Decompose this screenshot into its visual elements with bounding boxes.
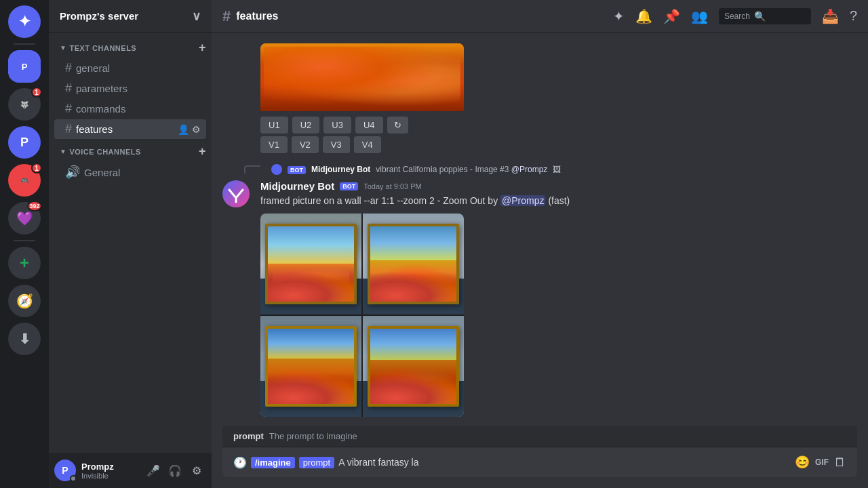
voice-general-label: General: [84, 167, 201, 178]
voice-channels-label: VOICE CHANNELS: [69, 148, 140, 156]
message-text-2: framed picture on a wall --ar 1:1 --zoom…: [260, 195, 857, 208]
download-button[interactable]: ⬇: [8, 323, 41, 355]
channel-list: ▼ TEXT CHANNELS + # general # parameters…: [49, 33, 212, 453]
server5-badge: 392: [27, 201, 42, 211]
wall-scene-tr: [363, 214, 464, 314]
bot-badge-2: BOT: [340, 182, 358, 190]
top-v4-button[interactable]: V4: [354, 136, 381, 153]
top-refresh-button[interactable]: ↻: [387, 117, 408, 134]
top-u3-button[interactable]: U3: [323, 117, 351, 134]
top-v2-button[interactable]: V2: [292, 136, 319, 153]
server5-label: 💜: [16, 210, 33, 226]
chat-input-inner[interactable]: 🕐 /imagine prompt A vibrant fantasy la: [233, 456, 789, 469]
user-info: Prompz Invisible: [81, 462, 138, 480]
emoji-icon[interactable]: 😊: [795, 455, 810, 470]
top-cropped-image-container: U1 U2 U3 U4 ↻ V1 V2 V3 V4: [212, 43, 868, 161]
discord-home-wrapper: ✦: [8, 5, 41, 38]
channel-parameters[interactable]: # parameters: [54, 79, 206, 98]
pin-icon[interactable]: 📌: [663, 8, 680, 24]
server-name-text: Prompz's server: [60, 10, 138, 22]
image-cell-br[interactable]: [363, 316, 464, 417]
discover-button[interactable]: 🧭: [8, 285, 41, 317]
help-icon[interactable]: ?: [850, 8, 857, 24]
server2-icon[interactable]: 🐺 1: [8, 88, 41, 121]
framed-painting-tl: [265, 224, 356, 304]
reply-bot-tag: BOT: [288, 166, 306, 174]
channel-settings-icon[interactable]: ⚙: [192, 124, 201, 135]
channel-actions: 👤 ⚙: [178, 124, 201, 135]
server-menu-chevron: ∨: [192, 9, 201, 24]
add-text-channel-button[interactable]: +: [199, 41, 206, 55]
threads-icon[interactable]: ✦: [613, 8, 625, 24]
server5-icon[interactable]: 💜 392: [8, 202, 41, 235]
top-v1-button[interactable]: V1: [260, 136, 288, 153]
top-u4-button[interactable]: U4: [355, 117, 383, 134]
deafen-button[interactable]: 🎧: [165, 461, 184, 480]
reply-author-name: Midjourney Bot: [311, 165, 370, 174]
mute-button[interactable]: 🎤: [144, 461, 163, 480]
mention-prompz: @Prompz: [500, 195, 545, 206]
wall-scene-tl: [260, 214, 361, 314]
zoom-out-label: Zoom Out by: [443, 195, 500, 206]
server2-wrapper: 🐺 1: [8, 88, 41, 121]
voice-channel-general[interactable]: 🔊 General: [54, 162, 206, 182]
clock-icon: 🕐: [233, 456, 247, 469]
fast-label: (fast): [548, 195, 570, 206]
speaker-icon: 🔊: [65, 165, 80, 180]
framed-painting-br: [368, 326, 458, 407]
search-placeholder: Search: [724, 12, 750, 21]
image-grid-2[interactable]: [260, 214, 464, 417]
top-v3-button[interactable]: V3: [323, 136, 350, 153]
user-status-text: Invisible: [81, 472, 138, 480]
input-text-content[interactable]: A vibrant fantasy la: [338, 457, 418, 468]
wall-scene-br: [363, 316, 464, 417]
message-content-2: Midjourney Bot BOT Today at 9:03 PM fram…: [260, 180, 857, 420]
add-server-button[interactable]: +: [8, 247, 41, 279]
midjourney-logo-svg: [226, 184, 245, 203]
channel-commands[interactable]: # commands: [54, 99, 206, 119]
input-area: prompt The prompt to imagine 🕐 /imagine …: [212, 420, 868, 488]
voice-channels-header[interactable]: ▼ VOICE CHANNELS +: [49, 142, 212, 161]
server-name-header[interactable]: Prompz's server ∨: [49, 0, 212, 33]
search-bar[interactable]: Search 🔍: [719, 8, 811, 24]
midjourney-avatar-2: [222, 180, 250, 207]
server3-icon[interactable]: P: [8, 126, 41, 159]
message-author-2: Midjourney Bot: [260, 180, 334, 192]
server5-wrapper: 💜 392: [8, 202, 41, 235]
image-cell-tr[interactable]: [363, 214, 464, 314]
channel-hash-icon-3: #: [65, 102, 72, 116]
command-hint-label: prompt: [233, 431, 264, 441]
inbox-icon[interactable]: 📥: [822, 8, 839, 24]
channel-general[interactable]: # general: [54, 58, 206, 78]
message-group-2: Midjourney Bot BOT Today at 9:03 PM fram…: [212, 178, 868, 420]
server2-label: 🐺: [20, 101, 28, 108]
reply-connector: [244, 165, 260, 174]
top-u2-button[interactable]: U2: [292, 117, 320, 134]
text-channels-header[interactable]: ▼ TEXT CHANNELS +: [49, 38, 212, 58]
gif-icon[interactable]: GIF: [815, 458, 829, 467]
notifications-icon[interactable]: 🔔: [635, 8, 652, 24]
reply-bot-badge: BOT: [288, 165, 306, 174]
framed-painting-tr: [368, 224, 458, 304]
messages-area: U1 U2 U3 U4 ↻ V1 V2 V3 V4 BOT Midjourney…: [212, 33, 868, 420]
user-settings-button[interactable]: ⚙: [187, 461, 206, 480]
server4-icon[interactable]: 🎮 1: [8, 164, 41, 197]
top-u1-button[interactable]: U1: [260, 117, 288, 134]
command-hint-value: The prompt to imagine: [269, 431, 357, 441]
user-panel: P Prompz Invisible 🎤 🎧 ⚙: [49, 453, 212, 488]
members-icon[interactable]: 👥: [691, 8, 708, 24]
discord-home-button[interactable]: ✦: [8, 5, 41, 38]
channel-features[interactable]: # features 👤 ⚙: [54, 119, 206, 139]
prompz-server-icon[interactable]: P: [8, 50, 41, 83]
top-variation-buttons: V1 V2 V3 V4: [260, 136, 857, 153]
server4-badge: 1: [31, 163, 42, 174]
image-cell-tl[interactable]: [260, 214, 361, 314]
add-voice-channel-button[interactable]: +: [199, 144, 206, 159]
reply-avatar: [271, 164, 282, 175]
sticker-icon[interactable]: 🗒: [834, 455, 846, 470]
text-channels-section: ▼ TEXT CHANNELS + # general # parameters…: [49, 38, 212, 139]
image-cell-bl[interactable]: [260, 316, 361, 417]
search-icon: 🔍: [754, 11, 766, 22]
channel-person-icon[interactable]: 👤: [178, 124, 189, 135]
prompz-server-wrapper: P: [8, 50, 41, 83]
